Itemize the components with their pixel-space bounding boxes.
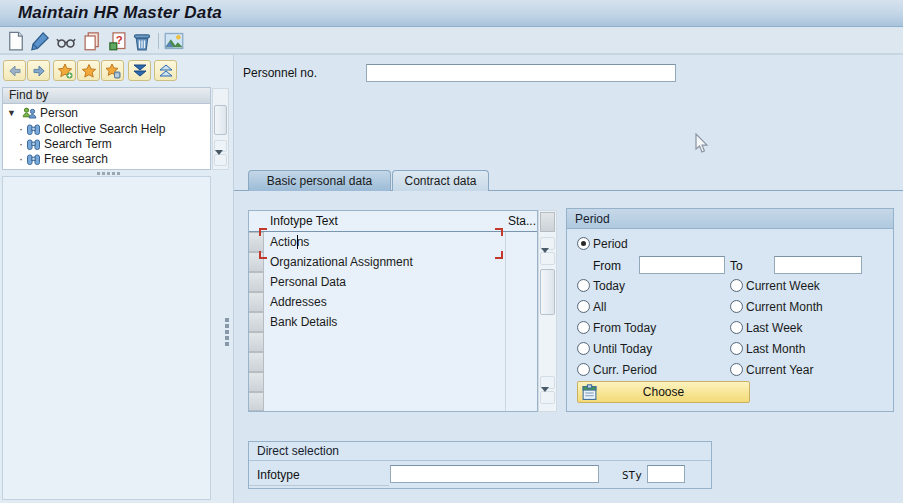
row-selector[interactable] [249, 312, 264, 332]
radio-all-label[interactable]: All [593, 300, 606, 314]
tree-scrollbar [212, 88, 229, 170]
row-selector[interactable] [249, 292, 264, 312]
copy-question-icon[interactable]: ? [108, 31, 128, 51]
add-favorite-button[interactable] [53, 60, 76, 81]
radio-curr-period[interactable] [577, 363, 590, 376]
row-selector[interactable] [249, 272, 264, 292]
selection-corner [495, 228, 503, 236]
sty-input[interactable] [647, 465, 685, 483]
trash-icon[interactable] [132, 31, 152, 51]
personnel-label: Personnel no. [243, 66, 317, 80]
radio-from-today-label[interactable]: From Today [593, 321, 656, 335]
table-row-actions[interactable]: Actions [264, 232, 504, 252]
hit-list-panel [2, 176, 211, 500]
bullet-icon: · [19, 152, 23, 167]
table-row-personal-data[interactable]: Personal Data [264, 272, 504, 292]
scroll-down-button[interactable] [540, 391, 555, 404]
column-header-infotype-text[interactable]: Infotype Text [270, 211, 500, 231]
new-document-icon[interactable] [6, 31, 26, 51]
infotype-input[interactable] [390, 465, 599, 483]
delete-favorite-button[interactable] [101, 60, 124, 81]
period-from-input[interactable] [639, 256, 725, 274]
triangle-down-icon [541, 387, 549, 406]
radio-period-label[interactable]: Period [593, 237, 628, 251]
bullet-icon: · [19, 122, 23, 137]
personnel-input[interactable] [366, 64, 676, 82]
direct-selection-panel: Direct selection Infotype STy [248, 441, 712, 489]
column-separator [505, 232, 506, 411]
pencil-icon[interactable] [30, 31, 50, 51]
radio-today[interactable] [577, 279, 590, 292]
radio-period[interactable] [577, 237, 590, 250]
tree-node-person[interactable]: ▼ Person [3, 106, 208, 121]
period-to-input[interactable] [774, 256, 862, 274]
table-row-bank-details[interactable]: Bank Details [264, 312, 504, 332]
infotype-table: Infotype Text Sta... Actions Organizatio… [248, 210, 538, 412]
scroll-down-button[interactable] [540, 252, 555, 265]
tab-contract-data[interactable]: Contract data [392, 170, 489, 191]
copy-icon[interactable] [82, 31, 102, 51]
triangle-down-icon [541, 248, 549, 267]
row-selector[interactable] [249, 392, 264, 411]
table-row-addresses[interactable]: Addresses [264, 292, 504, 312]
title-bar: Maintain HR Master Data [0, 0, 903, 27]
radio-last-week-label[interactable]: Last Week [746, 321, 802, 335]
tree-item-free-search[interactable]: · Free search [3, 152, 208, 167]
scroll-down-button[interactable] [214, 154, 227, 166]
triangle-down-icon [215, 150, 223, 169]
direct-selection-header: Direct selection [249, 442, 711, 461]
selection-corner [259, 251, 267, 259]
favorites-button[interactable] [77, 60, 100, 81]
radio-last-month[interactable] [730, 342, 743, 355]
radio-from-today[interactable] [577, 321, 590, 334]
table-header: Infotype Text Sta... [249, 211, 537, 232]
radio-current-year-label[interactable]: Current Year [746, 363, 813, 377]
scrollbar-corner [540, 212, 555, 232]
expand-all-button[interactable] [154, 60, 177, 81]
glasses-icon[interactable] [56, 31, 76, 51]
vertical-splitter[interactable] [224, 318, 230, 350]
choose-button[interactable]: Choose [577, 381, 750, 403]
tab-basic-personal-data[interactable]: Basic personal data [248, 170, 391, 191]
tree-item-label: Search Term [44, 137, 112, 152]
back-button[interactable] [3, 60, 26, 81]
sty-label: STy [622, 469, 642, 482]
selection-corner [259, 228, 267, 236]
tree-item-search-term[interactable]: · Search Term [3, 137, 208, 152]
from-label: From [593, 259, 621, 273]
collapse-all-button[interactable] [128, 60, 151, 81]
find-by-header: Find by [3, 88, 210, 104]
clipboard-calendar-icon [581, 384, 598, 408]
scrollbar-thumb[interactable] [214, 105, 227, 135]
text-cursor [297, 235, 298, 249]
radio-current-week-label[interactable]: Current Week [746, 279, 820, 293]
radio-current-month[interactable] [730, 300, 743, 313]
tab-strip: Basic personal data Contract data [234, 170, 903, 191]
radio-all[interactable] [577, 300, 590, 313]
row-selector[interactable] [249, 352, 264, 372]
radio-curr-period-label[interactable]: Curr. Period [593, 363, 657, 377]
tree-node-label: Person [40, 106, 78, 121]
radio-current-week[interactable] [730, 279, 743, 292]
radio-today-label[interactable]: Today [593, 279, 625, 293]
label-underline [249, 485, 389, 486]
toolbar-separator [158, 33, 159, 49]
mountain-photo-icon[interactable] [164, 31, 184, 51]
radio-current-month-label[interactable]: Current Month [746, 300, 823, 314]
row-selector[interactable] [249, 332, 264, 352]
column-header-status[interactable]: Sta... [508, 211, 536, 231]
main-area: Personnel no. Basic personal data Contra… [233, 55, 903, 503]
radio-last-month-label[interactable]: Last Month [746, 342, 805, 356]
forward-button[interactable] [27, 60, 50, 81]
radio-last-week[interactable] [730, 321, 743, 334]
radio-current-year[interactable] [730, 363, 743, 376]
scrollbar-thumb[interactable] [540, 269, 555, 315]
row-selector[interactable] [249, 372, 264, 392]
radio-until-today-label[interactable]: Until Today [593, 342, 652, 356]
page-title: Maintain HR Master Data [18, 3, 222, 23]
table-row-organizational-assignment[interactable]: Organizational Assignment [264, 252, 504, 272]
radio-until-today[interactable] [577, 342, 590, 355]
caret-down-icon[interactable]: ▼ [7, 106, 16, 121]
tree-item-collective-search-help[interactable]: · Collective Search Help [3, 122, 208, 137]
bullet-icon: · [19, 137, 23, 152]
